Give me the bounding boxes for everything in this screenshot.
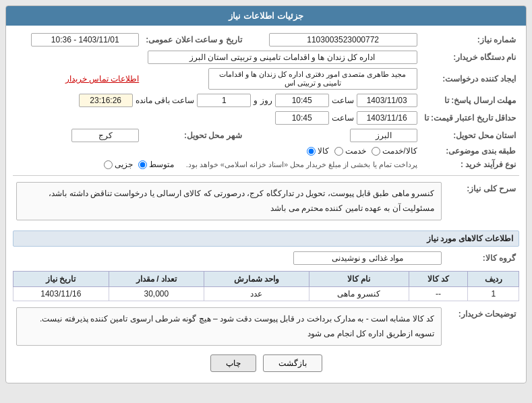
- col-row: ردیف: [468, 272, 519, 287]
- reply-deadline-cell: 1403/11/03 ساعت 10:45 روز و 1 ساعت باقی …: [13, 92, 421, 109]
- category-option-goods-service[interactable]: کالا/خدمت: [372, 146, 417, 156]
- buyer-org-cell: اداره کل زندان ها و اقدامات تامینی و ترب…: [13, 49, 421, 66]
- datetime-value: 1403/11/01 - 10:36: [31, 33, 139, 46]
- buyer-notes-cell: کد کالا مشابه است - به مدارک برداخت در ق…: [13, 305, 445, 348]
- buyer-notes-box: کد کالا مشابه است - به مدارک برداخت در ق…: [16, 307, 442, 346]
- purchase-note: پرداخت تمام یا بخشی از مبلغ خریدار محل «…: [186, 160, 417, 169]
- reply-time-value: 10:45: [275, 94, 329, 107]
- reply-date-value: 1403/11/03: [357, 94, 417, 107]
- goods-group-value: مواد غذائی و نوشیدنی: [293, 251, 442, 265]
- narration-table: سرح کلی نیاز: کنسرو ماهی طبق قابل پیوست،…: [13, 180, 519, 226]
- category-goods-service-label: کالا/خدمت: [382, 146, 417, 156]
- buyer-notes-label: توضیحات خریدار:: [445, 305, 519, 348]
- card-header: جزئیات اطلاعات نیاز: [6, 6, 526, 26]
- category-service-label: خدمت: [345, 146, 366, 156]
- need-number-label: شماره نیاز:: [421, 31, 519, 49]
- datetime-cell: 1403/11/01 - 10:36: [13, 31, 142, 49]
- validity-label: حداقل تاریخ اعتبار قیمت: تا: [421, 109, 519, 127]
- narration-cell: کنسرو ماهی طبق قابل پیوست، تحویل در تدار…: [13, 180, 445, 226]
- main-card: جزئیات اطلاعات نیاز شماره نیاز: 11030035…: [5, 5, 527, 383]
- info-table: شماره نیاز: 1103003523000772 تاریخ و ساع…: [13, 31, 519, 171]
- button-row: بازگشت چاپ: [13, 354, 519, 377]
- delivery-city-label: شهر محل تحویل:: [142, 127, 245, 144]
- need-number-cell: 1103003523000772: [245, 31, 421, 49]
- buyer-notes-text: کد کالا مشابه است - به مدارک برداخت در ق…: [40, 314, 434, 338]
- divider-1: [13, 175, 519, 176]
- row-code: --: [409, 287, 468, 301]
- reply-remaining-value: 23:16:26: [79, 94, 133, 107]
- col-name: نام کالا: [309, 272, 409, 287]
- days-label: روز و: [254, 96, 272, 105]
- goods-section-title: اطلاعات کالاهای مورد نیاز: [13, 230, 519, 247]
- delivery-city-value: کرج: [71, 129, 139, 142]
- row-num: 1: [468, 287, 519, 301]
- row-unit: عدد: [204, 287, 309, 301]
- purchase-type-option-partial[interactable]: جزیی: [104, 160, 133, 169]
- contact-info-cell: اطلاعات تماس خریدار: [13, 66, 142, 92]
- category-radio-goods-service[interactable]: [372, 147, 380, 156]
- delivery-province-value: البرز: [350, 129, 417, 142]
- requester-label: ایجاد کننده درخواست:: [421, 66, 519, 92]
- print-button[interactable]: چاپ: [210, 354, 256, 372]
- col-date: تاریخ نیاز: [13, 272, 109, 287]
- validity-time-value: 10:45: [275, 111, 329, 125]
- table-row: 1 -- کنسرو ماهی عدد 30,000 1403/11/16: [13, 287, 519, 301]
- back-button[interactable]: بازگشت: [263, 354, 322, 372]
- page-title: جزئیات اطلاعات نیاز: [229, 11, 303, 21]
- narration-box: کنسرو ماهی طبق قابل پیوست، تحویل در تدار…: [16, 182, 442, 220]
- purchase-type-option-medium[interactable]: متوسط: [138, 160, 174, 169]
- category-label: طبقه بندی موضوعی:: [421, 144, 519, 158]
- goods-group-label: گروه کالا:: [445, 249, 519, 267]
- buyer-org-label: نام دستگاه خریدار:: [421, 49, 519, 66]
- purchase-type-cell: پرداخت تمام یا بخشی از مبلغ خریدار محل «…: [13, 158, 421, 171]
- row-date: 1403/11/16: [13, 287, 109, 301]
- category-radio-service[interactable]: [334, 147, 343, 156]
- row-qty: 30,000: [109, 287, 204, 301]
- card-body: شماره نیاز: 1103003523000772 تاریخ و ساع…: [6, 26, 526, 383]
- contact-info-link[interactable]: اطلاعات تماس خریدار: [65, 74, 140, 84]
- goods-group-cell: مواد غذائی و نوشیدنی: [13, 249, 445, 267]
- category-radio-goods[interactable]: [307, 147, 316, 156]
- time-label: ساعت: [332, 96, 354, 105]
- col-unit: واحد شمارش: [204, 272, 309, 287]
- validity-date-value: 1403/11/16: [357, 111, 417, 125]
- requester-cell: مجید طاهری متصدی امور دفتری اداره کل زند…: [142, 66, 420, 92]
- purchase-type-label: نوع فرآیند خرید :: [421, 158, 519, 171]
- need-number-value: 1103003523000772: [269, 33, 417, 46]
- purchase-medium-label: متوسط: [149, 160, 174, 169]
- reply-deadline-label: مهلت ارسال پاسخ: تا: [421, 92, 519, 109]
- purchase-partial-label: جزیی: [115, 160, 133, 169]
- goods-group-table: گروه کالا: مواد غذائی و نوشیدنی: [13, 249, 519, 267]
- reply-day-value: 1: [197, 94, 251, 107]
- remaining-label: ساعت باقی مانده: [136, 96, 195, 105]
- purchase-type-radio-medium[interactable]: [138, 160, 147, 169]
- row-name: کنسرو ماهی: [309, 287, 409, 301]
- delivery-city-cell: کرج: [13, 127, 142, 144]
- category-cell: کالا/خدمت خدمت کالا: [13, 144, 421, 158]
- category-goods-label: کالا: [318, 146, 329, 156]
- goods-table: ردیف کد کالا نام کالا واحد شمارش تعداد /…: [13, 271, 519, 301]
- validity-time-label: ساعت: [332, 113, 354, 123]
- datetime-label: تاریخ و ساعت اعلان عمومی:: [142, 31, 245, 49]
- requester-value: مجید طاهری متصدی امور دفتری اداره کل زند…: [208, 68, 417, 90]
- validity-cell: 1403/11/16 ساعت 10:45: [13, 109, 421, 127]
- page-wrapper: جزئیات اطلاعات نیاز شماره نیاز: 11030035…: [0, 0, 532, 403]
- delivery-province-label: استان محل تحویل:: [421, 127, 519, 144]
- category-option-goods[interactable]: کالا: [307, 146, 329, 156]
- buyer-org-value: اداره کل زندان ها و اقدامات تامینی و ترب…: [148, 51, 417, 64]
- buyer-notes-table: توضیحات خریدار: کد کالا مشابه است - به م…: [13, 305, 519, 348]
- col-code: کد کالا: [409, 272, 468, 287]
- col-qty: تعداد / مقدار: [109, 272, 204, 287]
- category-option-service[interactable]: خدمت: [334, 146, 366, 156]
- purchase-type-radio-partial[interactable]: [104, 160, 113, 169]
- narration-label: سرح کلی نیاز:: [445, 180, 519, 226]
- delivery-province-cell: البرز: [245, 127, 421, 144]
